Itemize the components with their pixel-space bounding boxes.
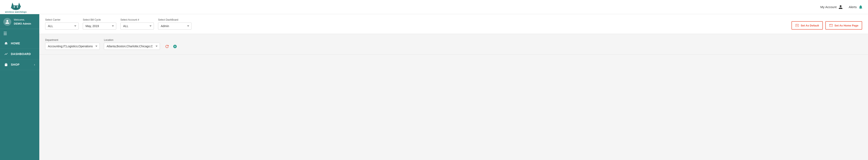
sidebar-dashboard-label: DASHBOARD [11, 52, 31, 55]
header-right: My Account Alerts [820, 5, 863, 9]
location-label: Location [104, 39, 160, 41]
action-buttons: Set As Default Set As Home Page [792, 21, 862, 30]
set-home-label: Set As Home Page [835, 24, 858, 27]
location-filter-group: Location Atlanta;Boston;Charlotte;Chicag… [104, 39, 160, 50]
alerts-label: Alerts [849, 5, 857, 9]
carrier-label: Select Carrier [45, 18, 79, 21]
menu-icon-container[interactable]: ☰ [0, 29, 39, 38]
refresh-icon [165, 44, 169, 49]
carrier-select[interactable]: ALL [45, 23, 79, 30]
svg-rect-8 [797, 25, 798, 25]
avatar [3, 18, 11, 26]
dashboard-filter-group: Select DashBoard Admin [158, 18, 191, 30]
shop-icon [4, 63, 8, 67]
header: wireless watchdogs My Account Alerts [0, 0, 868, 14]
bill-cycle-label: Select Bill Cycle [83, 18, 116, 21]
logo: wireless watchdogs [5, 1, 27, 13]
department-select[interactable]: Accounting;IT;Logistics;Operations [45, 43, 100, 50]
dashboard-label: Select DashBoard [158, 18, 191, 21]
alerts[interactable]: Alerts [849, 5, 863, 9]
svg-point-3 [13, 6, 15, 7]
home-page-icon [829, 24, 833, 27]
set-default-button[interactable]: Set As Default [792, 21, 823, 30]
set-home-button[interactable]: Set As Home Page [825, 21, 862, 30]
svg-point-11 [830, 25, 831, 25]
sidebar-shop-label: SHOP [11, 63, 20, 66]
home-icon [4, 41, 8, 45]
my-account[interactable]: My Account [820, 5, 843, 9]
chart-icon [4, 52, 8, 56]
account-label: Select Account # [120, 18, 154, 21]
svg-rect-7 [796, 25, 797, 25]
chevron-right-icon: › [34, 63, 35, 66]
clear-icon [173, 44, 177, 48]
sidebar-item-shop[interactable]: SHOP › [0, 59, 39, 70]
my-account-label: My Account [820, 5, 837, 9]
user-icon [838, 5, 843, 9]
primary-filter-bar: Select Carrier ALL Select Bill Cycle May… [39, 14, 868, 34]
svg-point-2 [11, 5, 20, 10]
secondary-filter-bar: Department Accounting;IT;Logistics;Opera… [39, 34, 868, 54]
account-filter-group: Select Account # ALL [120, 18, 154, 30]
bell-icon [858, 5, 863, 9]
user-info: Welcome, DEMO Admin [14, 18, 31, 26]
carrier-filter-group: Select Carrier ALL [45, 18, 79, 30]
sidebar-home-label: HOME [11, 42, 20, 45]
svg-point-10 [830, 25, 830, 25]
sidebar-user: Welcome, DEMO Admin [0, 14, 39, 29]
hamburger-icon[interactable]: ☰ [3, 31, 7, 36]
body-layout: Welcome, DEMO Admin ☰ HOME [0, 14, 868, 160]
refresh-button[interactable] [164, 44, 170, 49]
avatar-icon [5, 19, 10, 24]
sidebar: Welcome, DEMO Admin ☰ HOME [0, 14, 39, 160]
set-default-label: Set As Default [801, 24, 819, 27]
account-select[interactable]: ALL [120, 23, 154, 30]
location-select[interactable]: Atlanta;Boston;Charlotte;Chicago;C [104, 43, 160, 50]
svg-rect-6 [796, 24, 799, 27]
sidebar-item-home[interactable]: HOME [0, 38, 39, 49]
sidebar-item-dashboard[interactable]: DASHBOARD [0, 49, 39, 59]
bill-cycle-filter-group: Select Bill Cycle May, 2019 [83, 18, 116, 30]
department-label: Department [45, 39, 100, 41]
svg-point-4 [17, 6, 18, 7]
svg-point-5 [15, 8, 17, 9]
department-filter-group: Department Accounting;IT;Logistics;Opera… [45, 39, 100, 50]
filter-action-icons [164, 44, 178, 50]
logo-icon [10, 1, 22, 10]
clear-button[interactable] [172, 44, 178, 49]
dashboard-select[interactable]: Admin [158, 23, 191, 30]
bill-cycle-select[interactable]: May, 2019 [83, 23, 116, 30]
welcome-text: Welcome, [14, 18, 31, 22]
user-name: DEMO Admin [14, 22, 31, 26]
main-content: Select Carrier ALL Select Bill Cycle May… [39, 14, 868, 160]
sidebar-nav: HOME DASHBOARD SHOP [0, 38, 39, 70]
logo-text: wireless watchdogs [5, 11, 27, 13]
default-icon [795, 24, 799, 27]
